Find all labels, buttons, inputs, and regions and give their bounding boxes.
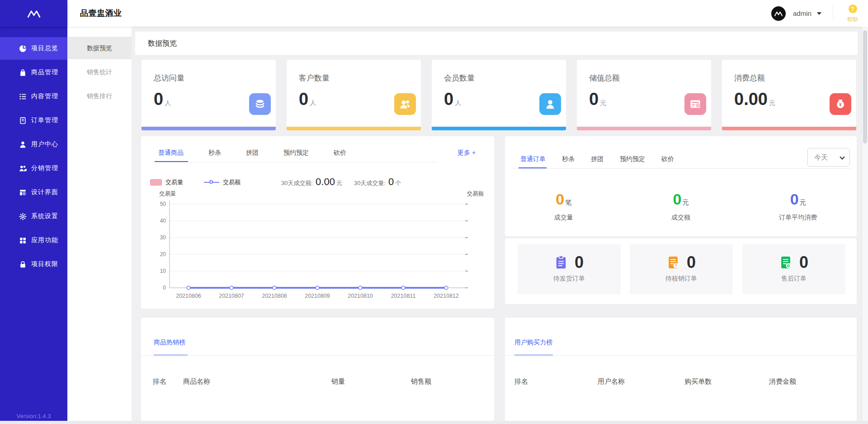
sidebar-item-content[interactable]: 内容管理 <box>0 85 67 108</box>
stat-card-members[interactable]: 会员数量 0人 <box>431 59 566 131</box>
col-sales-volume: 销量 <box>331 377 345 386</box>
tab-normal-goods[interactable]: 普通商品 <box>158 149 184 157</box>
more-link[interactable]: 更多 + <box>458 149 476 157</box>
tab-bargain[interactable]: 砍价 <box>334 149 346 157</box>
tab-order-seckill[interactable]: 秒杀 <box>562 155 575 163</box>
stat-card-consumption[interactable]: 消费总额 0.00元 ¥ <box>722 59 857 131</box>
date-range-select[interactable]: 今天 <box>807 148 850 167</box>
stat-color-bar <box>722 127 856 130</box>
dashboard: 项目总览 商品管理 内容管理 订单管理 用户中心 分销管理 <box>0 0 868 424</box>
tab-order-group-buy[interactable]: 拼团 <box>591 155 604 163</box>
pending-verification-card[interactable]: ? 0 待核销订单 <box>630 244 733 294</box>
order-stat-unit: 元 <box>682 199 689 206</box>
brand-logo[interactable] <box>0 0 67 27</box>
scrollbar-thumb[interactable] <box>863 30 867 143</box>
lock-icon <box>19 261 27 268</box>
avatar-m-icon <box>774 10 783 17</box>
order-panel: 普通订单 秒杀 拼团 预约预定 砍价 今天 0笔 成交量 0元 成交额 0元 订… <box>505 136 857 236</box>
app-title: 品壹盅酒业 <box>80 0 122 27</box>
tab-normal-orders[interactable]: 普通订单 <box>520 155 546 163</box>
chevron-down-icon <box>817 12 821 15</box>
tab-hot-goods-rank[interactable]: 商品热销榜 <box>154 338 185 347</box>
order-stat-label: 成交额 <box>622 214 739 222</box>
main-sidebar: 项目总览 商品管理 内容管理 订单管理 用户中心 分销管理 <box>0 0 67 424</box>
svg-text:20210810: 20210810 <box>348 293 373 299</box>
pending-shipment-card[interactable]: 0 待发货订单 <box>518 244 621 294</box>
sidebar-item-app-features[interactable]: 应用功能 <box>0 229 67 252</box>
clipboard-icon <box>555 255 567 270</box>
svg-text:20210811: 20210811 <box>391 293 416 299</box>
sidebar-nav: 项目总览 商品管理 内容管理 订单管理 用户中心 分销管理 <box>0 37 67 277</box>
horizontal-scrollbar[interactable] <box>0 421 868 424</box>
pie-chart-icon <box>19 45 27 52</box>
sidebar-item-design[interactable]: 设计界面 <box>0 181 67 204</box>
legend-amount-marker <box>204 182 219 183</box>
sidebar-item-distribution[interactable]: 分销管理 <box>0 157 67 180</box>
sidebar-item-label: 项目权限 <box>31 260 58 268</box>
buyer-rank-panel: 用户购买力榜 排名 用户名称 购买单数 消费金额 <box>505 318 857 421</box>
status-count: 0 <box>687 253 696 272</box>
legend-volume-swatch <box>150 179 162 186</box>
summary-amount-unit: 元 <box>336 179 342 187</box>
sidebar-item-goods[interactable]: 商品管理 <box>0 61 67 84</box>
chart-legend: 交易量 交易额 <box>150 178 241 186</box>
order-stat-value: 0元 <box>740 191 857 208</box>
chevron-down-icon <box>840 154 844 159</box>
sidebar-item-label: 商品管理 <box>31 68 58 76</box>
tab-reservation[interactable]: 预约预定 <box>283 149 309 157</box>
col-rank: 排名 <box>514 377 528 386</box>
page-title-bar: 数据预览 <box>135 32 858 55</box>
svg-text:¥: ¥ <box>839 102 842 107</box>
stored-value-card-icon: ¥ <box>684 93 706 115</box>
stat-title: 会员数量 <box>444 73 475 83</box>
svg-text:10: 10 <box>160 268 166 274</box>
customers-icon <box>394 93 416 115</box>
tab-group-buy[interactable]: 拼团 <box>246 149 259 157</box>
database-icon <box>249 93 271 115</box>
version-label: Version:1.4.3 <box>0 413 67 419</box>
submenu-item-sales-rank[interactable]: 销售排行 <box>67 85 132 107</box>
summary-count-value: 0 <box>388 176 394 188</box>
after-sale-card[interactable]: 0 售后订单 <box>742 244 845 294</box>
submenu-item-sales-stats[interactable]: 销售统计 <box>67 61 132 83</box>
tab-buyer-power-rank[interactable]: 用户购买力榜 <box>514 338 552 347</box>
sidebar-item-project-overview[interactable]: 项目总览 <box>0 37 67 60</box>
stat-unit: 元 <box>600 99 606 106</box>
date-range-value: 今天 <box>814 153 828 161</box>
stat-card-total-visits[interactable]: 总访问量 0人 <box>141 59 276 131</box>
status-label: 售后订单 <box>742 275 845 283</box>
summary-count-label: 30天成交量: <box>354 179 386 187</box>
tab-order-bargain[interactable]: 砍价 <box>661 155 674 163</box>
summary-amount-value: 0.00 <box>316 176 335 188</box>
stat-unit: 人 <box>310 99 316 106</box>
doc-gear-icon <box>779 255 792 270</box>
help-icon: ? <box>849 5 857 13</box>
stat-card-stored-value[interactable]: 储值总额 0元 ¥ <box>576 59 712 131</box>
logo-m-icon <box>27 9 41 19</box>
svg-text:?: ? <box>675 263 677 268</box>
sidebar-item-system-settings[interactable]: 系统设置 <box>0 205 67 228</box>
sidebar-item-user-center[interactable]: 用户中心 <box>0 133 67 156</box>
tab-seckill[interactable]: 秒杀 <box>208 149 221 157</box>
money-bag-icon: ¥ <box>830 93 851 115</box>
user-menu[interactable]: admin <box>771 0 821 27</box>
sidebar-item-orders[interactable]: 订单管理 <box>0 109 67 132</box>
avatar <box>771 6 786 21</box>
legend-volume-label: 交易量 <box>165 178 183 186</box>
help-button[interactable]: ? 帮助 <box>843 5 863 24</box>
svg-text:20210808: 20210808 <box>262 293 287 299</box>
doc-question-icon: ? <box>667 255 679 270</box>
svg-text:30: 30 <box>160 234 166 241</box>
header-divider <box>833 5 833 22</box>
stat-unit: 人 <box>455 99 461 106</box>
stat-unit: 人 <box>165 99 171 106</box>
order-stat-amount: 0元 成交额 <box>622 191 739 222</box>
order-stats: 0笔 成交量 0元 成交额 0元 订单平均消费 <box>505 191 857 222</box>
svg-text:20210807: 20210807 <box>219 293 244 299</box>
vertical-scrollbar[interactable] <box>862 27 868 421</box>
user-icon <box>19 141 27 148</box>
tab-order-reservation[interactable]: 预约预定 <box>620 155 645 163</box>
sidebar-item-permissions[interactable]: 项目权限 <box>0 253 67 276</box>
submenu-item-data-preview[interactable]: 数据预览 <box>67 37 132 59</box>
stat-card-customers[interactable]: 客户数量 0人 <box>286 59 421 131</box>
